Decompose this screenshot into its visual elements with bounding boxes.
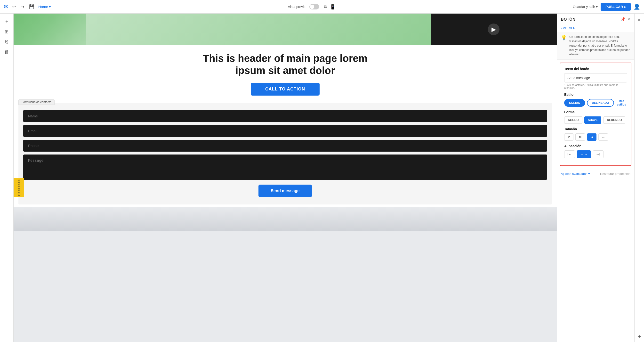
- play-button[interactable]: ▶: [488, 24, 500, 35]
- undo-icon[interactable]: ↩: [11, 3, 17, 10]
- page-footer-section: [14, 207, 557, 231]
- toolbar-grid-icon[interactable]: ⊞: [2, 27, 12, 36]
- main-layout: ＋ ⊞ ⎘ 🗑 Feedback ▶: [0, 14, 644, 342]
- style-options: SÓLIDO DELINEADO Más estilos: [564, 99, 627, 107]
- home-chevron-icon: ▾: [49, 4, 51, 9]
- size-m-button[interactable]: M: [576, 134, 585, 141]
- form-submit-button[interactable]: Send message: [258, 184, 312, 197]
- info-text: Un formulario de contacto permite a tus …: [569, 35, 630, 56]
- pin-icon[interactable]: 📌: [620, 17, 625, 22]
- back-label: VOLVER: [563, 26, 576, 30]
- device-icons: 🖥 📱: [323, 4, 336, 10]
- canvas-wrapper: ＋ ⊞ ⎘ 🗑 Feedback ▶: [0, 14, 557, 342]
- size-dots-button[interactable]: ...: [598, 134, 608, 141]
- align-right-button[interactable]: →I: [593, 150, 604, 158]
- right-panel-inner: BOTÓN 📌 ✕ ‹ VOLVER 💡 Un formulario de co…: [557, 14, 634, 342]
- size-options: P M G ...: [564, 134, 627, 141]
- style-label: Estilo: [564, 93, 627, 96]
- shape-agudo-button[interactable]: AGUDO: [564, 116, 582, 124]
- align-label: Alineación: [564, 144, 627, 148]
- char-count: 12/70 caracteres. Utiliza un texto que l…: [564, 84, 627, 89]
- style-delineado-button[interactable]: DELINEADO: [587, 99, 614, 107]
- button-text-label: Texto del botón: [564, 67, 627, 71]
- panel-header: BOTÓN 📌 ✕: [557, 14, 634, 24]
- panel-header-actions: 📌 ✕: [620, 17, 630, 22]
- shape-label: Forma: [564, 110, 627, 114]
- panel-back-button[interactable]: ‹ VOLVER: [557, 24, 634, 32]
- toolbar-copy-icon[interactable]: ⎘: [2, 37, 12, 46]
- preview-label: Vista previa: [288, 5, 306, 9]
- form-field-name[interactable]: [23, 110, 547, 122]
- shape-options: AGUDO SUAVE REDONDO: [564, 116, 627, 124]
- shape-suave-button[interactable]: SUAVE: [584, 116, 601, 124]
- toolbar-add-icon[interactable]: ＋: [2, 16, 12, 26]
- advanced-chevron-icon: ▾: [588, 172, 590, 176]
- mobile-icon[interactable]: 📱: [330, 4, 336, 10]
- info-icon: 💡: [561, 35, 567, 56]
- save-exit-button[interactable]: Guardar y salir ▾: [573, 5, 598, 9]
- contact-form-section: Formulario de contacto Send message: [18, 103, 552, 204]
- info-box: 💡 Un formulario de contacto permite a tu…: [557, 32, 634, 60]
- form-field-phone[interactable]: [23, 140, 547, 152]
- size-p-button[interactable]: P: [564, 134, 574, 141]
- play-icon: ▶: [492, 26, 496, 33]
- home-nav[interactable]: Home ▾: [38, 4, 51, 9]
- style-solido-button[interactable]: SÓLIDO: [564, 99, 585, 107]
- topbar-center: Vista previa 🖥 📱: [288, 4, 336, 10]
- leaf-background: [14, 14, 86, 45]
- header-text-section: This is header of main page lorem ipsum …: [14, 45, 557, 100]
- form-field-message[interactable]: [23, 154, 547, 180]
- right-strip: ✕ ＋: [634, 14, 644, 342]
- advanced-label: Ajustes avanzados: [561, 172, 587, 176]
- hero-video[interactable]: ▶: [431, 14, 557, 45]
- logo-icon: ✉: [4, 4, 8, 10]
- user-icon[interactable]: 👤: [634, 4, 640, 10]
- align-options: I← ←|→ →I: [564, 150, 627, 158]
- right-panel: BOTÓN 📌 ✕ ‹ VOLVER 💡 Un formulario de co…: [557, 14, 634, 342]
- page-canvas: ▶ This is header of main page lorem ipsu…: [14, 14, 557, 231]
- button-text-input[interactable]: [564, 73, 627, 82]
- shape-redondo-button[interactable]: REDONDO: [603, 116, 625, 124]
- topbar-right: Guardar y salir ▾ PUBLICAR » 👤: [573, 3, 640, 11]
- desktop-icon[interactable]: 🖥: [323, 4, 328, 10]
- right-strip-close-icon[interactable]: ✕: [636, 16, 643, 25]
- page-title: This is header of main page lorem ipsum …: [188, 52, 382, 77]
- align-center-button[interactable]: ←|→: [577, 150, 591, 158]
- topbar: ✉ ↩ ↪ 💾 Home ▾ Vista previa 🖥 📱 Guardar …: [0, 0, 644, 14]
- form-tag-label: Formulario de contacto: [18, 100, 54, 105]
- publish-button[interactable]: PUBLICAR »: [600, 3, 631, 11]
- save-icon[interactable]: 💾: [28, 3, 36, 10]
- panel-footer: Ajustes avanzados ▾ Restaurar predefinid…: [557, 169, 634, 178]
- size-label: Tamaño: [564, 127, 627, 131]
- home-label: Home: [38, 4, 48, 9]
- right-strip-add-icon[interactable]: ＋: [635, 331, 644, 342]
- panel-settings-box: Texto del botón 12/70 caracteres. Utiliz…: [560, 62, 632, 166]
- style-more-button[interactable]: Más estilos: [616, 100, 627, 106]
- align-left-button[interactable]: I←: [564, 150, 575, 158]
- left-toolbar: ＋ ⊞ ⎘ 🗑: [0, 14, 14, 342]
- cta-button[interactable]: CALL TO ACTION: [251, 83, 320, 96]
- restore-default-link[interactable]: Restaurar predefinido: [600, 172, 630, 176]
- form-field-email[interactable]: [23, 125, 547, 137]
- toolbar-delete-icon[interactable]: 🗑: [2, 47, 12, 57]
- preview-toggle[interactable]: [310, 4, 319, 10]
- redo-icon[interactable]: ↪: [20, 3, 25, 10]
- close-panel-icon[interactable]: ✕: [627, 17, 630, 22]
- panel-title: BOTÓN: [561, 17, 576, 22]
- size-g-button[interactable]: G: [587, 134, 596, 141]
- topbar-left: ✉ ↩ ↪ 💾 Home ▾: [4, 3, 51, 10]
- hero-section: ▶: [14, 14, 557, 45]
- advanced-settings-link[interactable]: Ajustes avanzados ▾: [561, 172, 590, 176]
- back-chevron-icon: ‹: [561, 26, 562, 30]
- feedback-tab[interactable]: Feedback: [14, 178, 24, 197]
- canvas-area: Feedback ▶ This is header of main page l…: [14, 14, 557, 342]
